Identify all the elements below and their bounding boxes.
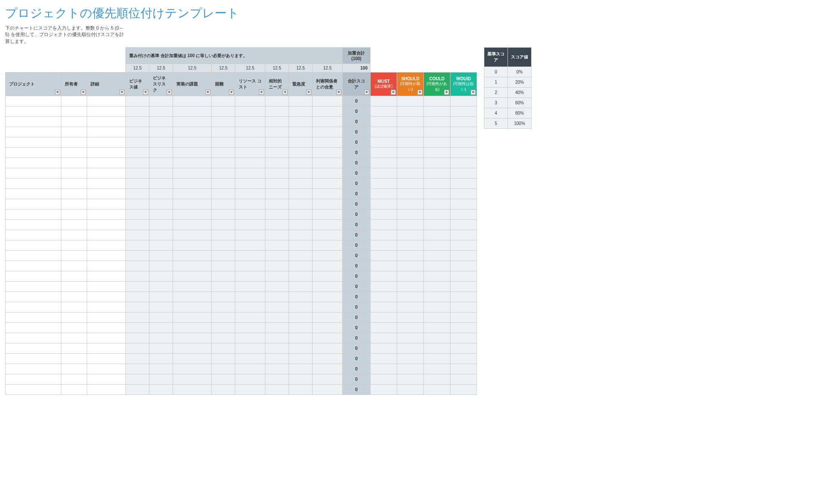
cell-criterion[interactable] [313, 117, 343, 127]
cell-criterion[interactable] [126, 333, 149, 343]
cell-moscow[interactable] [397, 292, 424, 302]
cell-criterion[interactable] [126, 261, 149, 271]
cell-criterion[interactable] [289, 96, 313, 106]
cell-criterion[interactable] [265, 189, 289, 199]
cell-project[interactable] [6, 189, 61, 199]
cell-criterion[interactable] [289, 106, 313, 117]
cell-details[interactable] [87, 333, 126, 343]
cell-moscow[interactable] [450, 271, 477, 282]
cell-criterion[interactable] [235, 106, 265, 117]
cell-moscow[interactable] [371, 271, 397, 282]
cell-criterion[interactable] [126, 302, 149, 313]
col-criterion[interactable]: ビジネス値 [126, 73, 149, 96]
cell-criterion[interactable] [265, 323, 289, 333]
cell-details[interactable] [87, 199, 126, 209]
col-criterion[interactable]: ビジネスリスク [149, 73, 173, 96]
cell-moscow[interactable] [371, 313, 397, 323]
cell-criterion[interactable] [126, 343, 149, 354]
cell-criterion[interactable] [235, 302, 265, 313]
cell-criterion[interactable] [149, 251, 173, 261]
cell-moscow[interactable] [397, 179, 424, 189]
cell-moscow[interactable] [371, 106, 397, 117]
cell-criterion[interactable] [313, 282, 343, 292]
cell-project[interactable] [6, 117, 61, 127]
cell-criterion[interactable] [313, 302, 343, 313]
cell-project[interactable] [6, 354, 61, 364]
cell-criterion[interactable] [126, 168, 149, 179]
cell-criterion[interactable] [212, 271, 235, 282]
cell-details[interactable] [87, 385, 126, 395]
col-must[interactable]: MUST(ほぼ確実) [371, 73, 397, 96]
cell-details[interactable] [87, 261, 126, 271]
cell-criterion[interactable] [313, 158, 343, 168]
cell-moscow[interactable] [371, 385, 397, 395]
cell-moscow[interactable] [424, 189, 450, 199]
cell-criterion[interactable] [173, 168, 212, 179]
cell-criterion[interactable] [235, 282, 265, 292]
cell-criterion[interactable] [173, 127, 212, 137]
cell-criterion[interactable] [173, 282, 212, 292]
cell-criterion[interactable] [313, 179, 343, 189]
cell-details[interactable] [87, 251, 126, 261]
cell-moscow[interactable] [450, 106, 477, 117]
cell-details[interactable] [87, 374, 126, 385]
cell-owner[interactable] [61, 364, 87, 374]
cell-moscow[interactable] [371, 282, 397, 292]
cell-project[interactable] [6, 220, 61, 230]
cell-owner[interactable] [61, 148, 87, 158]
cell-criterion[interactable] [313, 137, 343, 148]
cell-criterion[interactable] [149, 199, 173, 209]
cell-details[interactable] [87, 230, 126, 240]
cell-criterion[interactable] [149, 374, 173, 385]
cell-moscow[interactable] [450, 199, 477, 209]
cell-criterion[interactable] [126, 220, 149, 230]
cell-criterion[interactable] [235, 292, 265, 302]
cell-criterion[interactable] [173, 209, 212, 220]
cell-criterion[interactable] [265, 179, 289, 189]
cell-project[interactable] [6, 282, 61, 292]
cell-project[interactable] [6, 385, 61, 395]
cell-moscow[interactable] [424, 179, 450, 189]
cell-criterion[interactable] [289, 271, 313, 282]
cell-criterion[interactable] [126, 96, 149, 106]
cell-criterion[interactable] [173, 292, 212, 302]
cell-moscow[interactable] [371, 158, 397, 168]
cell-project[interactable] [6, 251, 61, 261]
cell-moscow[interactable] [424, 364, 450, 374]
cell-details[interactable] [87, 179, 126, 189]
filter-dropdown-icon[interactable] [229, 90, 234, 95]
cell-criterion[interactable] [149, 158, 173, 168]
cell-moscow[interactable] [397, 127, 424, 137]
cell-criterion[interactable] [173, 313, 212, 323]
cell-criterion[interactable] [289, 343, 313, 354]
cell-criterion[interactable] [289, 323, 313, 333]
cell-moscow[interactable] [424, 282, 450, 292]
cell-criterion[interactable] [289, 282, 313, 292]
cell-moscow[interactable] [397, 137, 424, 148]
cell-moscow[interactable] [450, 364, 477, 374]
cell-details[interactable] [87, 354, 126, 364]
cell-moscow[interactable] [371, 127, 397, 137]
cell-criterion[interactable] [289, 240, 313, 251]
cell-moscow[interactable] [424, 199, 450, 209]
filter-dropdown-icon[interactable] [471, 90, 476, 95]
filter-dropdown-icon[interactable] [391, 90, 396, 95]
cell-criterion[interactable] [212, 251, 235, 261]
cell-moscow[interactable] [397, 158, 424, 168]
cell-criterion[interactable] [173, 271, 212, 282]
cell-moscow[interactable] [450, 168, 477, 179]
cell-owner[interactable] [61, 168, 87, 179]
cell-criterion[interactable] [126, 209, 149, 220]
cell-criterion[interactable] [313, 168, 343, 179]
cell-owner[interactable] [61, 96, 87, 106]
cell-criterion[interactable] [212, 240, 235, 251]
cell-project[interactable] [6, 137, 61, 148]
cell-moscow[interactable] [371, 209, 397, 220]
cell-criterion[interactable] [235, 199, 265, 209]
cell-criterion[interactable] [289, 364, 313, 374]
cell-moscow[interactable] [424, 106, 450, 117]
cell-criterion[interactable] [149, 354, 173, 364]
cell-criterion[interactable] [265, 96, 289, 106]
cell-criterion[interactable] [235, 271, 265, 282]
cell-project[interactable] [6, 209, 61, 220]
